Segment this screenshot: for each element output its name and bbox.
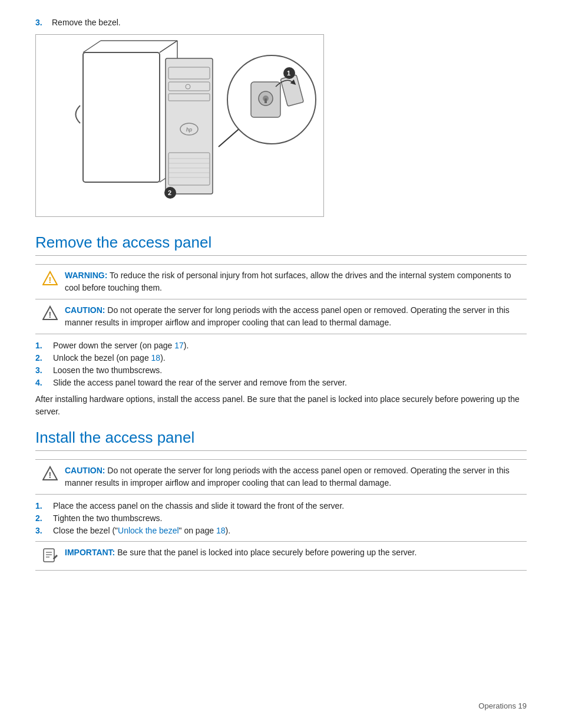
link-page18-unlock[interactable]: 18 [151, 353, 161, 363]
section1-step3: 3. Loosen the two thumbscrews. [35, 365, 527, 375]
svg-line-4 [160, 41, 177, 52]
diagram-svg: hp 2 3 1 [36, 35, 323, 216]
section2-steps: 1. Place the access panel on the chassis… [35, 501, 527, 535]
important-text: IMPORTANT: Be sure that the panel is loc… [65, 546, 527, 559]
svg-text:!: ! [49, 310, 52, 319]
section1-steps: 1. Power down the server (on page 17). 2… [35, 341, 527, 387]
important-block-wrap: IMPORTANT: Be sure that the panel is loc… [35, 541, 527, 571]
section2-step2: 2. Tighten the two thumbscrews. [35, 513, 527, 523]
section2-notices: ! CAUTION: Do not operate the server for… [35, 459, 527, 495]
section1-heading: Remove the access panel [35, 233, 527, 256]
important-icon [35, 546, 65, 565]
step3-intro: 3. Remove the bezel. [35, 18, 527, 27]
warning-text: WARNING: To reduce the risk of personal … [65, 269, 527, 294]
warning-icon: ! [35, 269, 65, 286]
section2-step3: 3. Close the bezel ("Unlock the bezel" o… [35, 526, 527, 535]
svg-rect-28 [265, 98, 267, 103]
section1-step4: 4. Slide the access panel toward the rea… [35, 378, 527, 387]
caution1-block: ! CAUTION: Do not operate the server for… [35, 299, 527, 334]
important-block: IMPORTANT: Be sure that the panel is loc… [35, 541, 527, 571]
link-unlock-bezel[interactable]: Unlock the bezel [118, 526, 179, 535]
caution2-icon: ! [35, 465, 65, 481]
svg-text:1: 1 [287, 70, 290, 77]
section1-step2: 2. Unlock the bezel (on page 18). [35, 353, 527, 363]
step3-number: 3. [35, 18, 47, 27]
svg-rect-38 [44, 549, 54, 562]
svg-text:hp: hp [186, 127, 192, 133]
caution2-text: CAUTION: Do not operate the server for l… [65, 465, 527, 489]
step3-text: Remove the bezel. [52, 18, 121, 27]
caution2-block: ! CAUTION: Do not operate the server for… [35, 459, 527, 495]
svg-line-1 [83, 41, 101, 52]
link-page17[interactable]: 17 [174, 341, 184, 350]
section1-step1: 1. Power down the server (on page 17). [35, 341, 527, 350]
warning-block: ! WARNING: To reduce the risk of persona… [35, 264, 527, 299]
section1-after-text: After installing hardware options, insta… [35, 393, 527, 418]
page-footer: Operations 19 [478, 701, 527, 710]
caution1-icon: ! [35, 304, 65, 321]
svg-text:!: ! [49, 470, 52, 480]
section2-heading: Install the access panel [35, 429, 527, 451]
bezel-removal-diagram: hp 2 3 1 [35, 34, 324, 217]
caution1-text: CAUTION: Do not operate the server for l… [65, 304, 527, 329]
section1-notices: ! WARNING: To reduce the risk of persona… [35, 264, 527, 334]
svg-text:!: ! [49, 275, 52, 285]
svg-rect-0 [83, 52, 160, 182]
svg-text:2: 2 [168, 189, 171, 196]
link-page18-close[interactable]: 18 [216, 526, 226, 535]
section2-step1: 1. Place the access panel on the chassis… [35, 501, 527, 510]
